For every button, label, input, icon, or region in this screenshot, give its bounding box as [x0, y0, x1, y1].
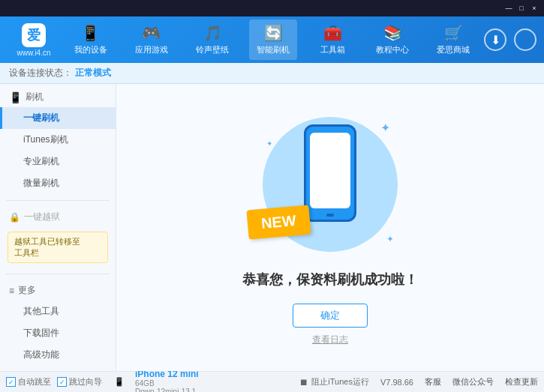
nav-item-apps[interactable]: 🎮 应用游戏: [128, 19, 176, 60]
maximize-button[interactable]: □: [516, 3, 527, 13]
auto-jump-check-icon: ✓: [6, 377, 16, 387]
new-banner: NEW: [246, 205, 311, 239]
sidebar-item-download-firmware[interactable]: 下载固件: [0, 322, 116, 344]
jailbreak-section: 🔒 一键越狱 越狱工具已转移至 工具栏: [0, 204, 116, 271]
tutorials-icon: 📚: [383, 24, 402, 42]
phone-illustration: ✦ ✦ ✦ NEW: [255, 109, 405, 259]
skip-wizard-check-icon: ✓: [57, 377, 67, 387]
device-info: 📱 iPhone 12 mini 64GB Down-12mini-13,1: [114, 369, 199, 393]
user-button[interactable]: 👤: [514, 28, 536, 51]
smart-flash-icon: 🔄: [264, 24, 283, 42]
status-value: 正常模式: [75, 67, 111, 79]
title-bar: — □ ×: [0, 0, 544, 16]
device-details: iPhone 12 mini 64GB Down-12mini-13,1: [135, 369, 199, 393]
toolbox-icon: 🧰: [323, 24, 342, 42]
download-button[interactable]: ⬇: [484, 28, 506, 51]
more-label: 更多: [18, 284, 36, 297]
nav-right-actions: ⬇ 👤: [484, 28, 536, 51]
wechat-link[interactable]: 微信公众号: [452, 376, 494, 388]
wallpaper-label: 铃声壁纸: [196, 44, 229, 55]
divider-2: [6, 274, 110, 274]
sidebar: 📱 刷机 一键刷机 iTunes刷机 专业刷机 微量刷机 🔒 一键越狱: [0, 84, 116, 371]
auto-jump-checkbox[interactable]: ✓ 自动跳至: [6, 376, 51, 388]
itunes-status: ⏹ 阻止iTunes运行: [299, 376, 369, 388]
nav-item-smart-flash[interactable]: 🔄 智能刷机: [249, 19, 297, 60]
phone-screen: [310, 133, 350, 208]
logo-text: www.i4.cn: [17, 49, 50, 57]
customer-service-link[interactable]: 客服: [425, 376, 441, 388]
divider-1: [6, 200, 110, 201]
confirm-button[interactable]: 确定: [293, 304, 368, 328]
device-storage: 64GB: [135, 379, 199, 388]
lock-icon: 🔒: [9, 212, 20, 223]
jailbreak-notice: 越狱工具已转移至 工具栏: [8, 232, 108, 263]
bottom-bar: ✓ 自动跳至 ✓ 跳过向导 📱 iPhone 12 mini 64GB Down…: [0, 371, 544, 392]
skip-wizard-checkbox[interactable]: ✓ 跳过向导: [57, 376, 102, 388]
device-model: Down-12mini-13,1: [135, 388, 199, 393]
smart-flash-label: 智能刷机: [257, 44, 290, 55]
phone-home-button: [326, 214, 334, 217]
nav-items: 📱 我的设备 🎮 应用游戏 🎵 铃声壁纸 🔄 智能刷机 🧰 工具箱 📚 教程中心…: [60, 19, 484, 60]
device-phone-icon: 📱: [114, 377, 125, 387]
nav-item-tutorials[interactable]: 📚 教程中心: [368, 19, 416, 60]
success-text: 恭喜您，保资料刷机成功啦！: [242, 271, 418, 289]
more-icon: ≡: [9, 286, 14, 296]
store-icon: 🛒: [444, 24, 463, 42]
flash-section-label: 刷机: [26, 91, 44, 103]
tutorials-label: 教程中心: [376, 44, 409, 55]
nav-item-store[interactable]: 🛒 爱思商城: [429, 19, 477, 60]
itunes-icon: ⏹: [299, 377, 308, 388]
sidebar-item-micro-flash[interactable]: 微量刷机: [0, 172, 116, 194]
sidebar-item-one-click-flash[interactable]: 一键刷机: [0, 107, 116, 129]
version-text: V7.98.66: [380, 378, 413, 387]
bottom-left: ✓ 自动跳至 ✓ 跳过向导 📱 iPhone 12 mini 64GB Down…: [6, 369, 299, 393]
status-label: 设备连接状态：: [9, 67, 72, 79]
sidebar-item-pro-flash[interactable]: 专业刷机: [0, 151, 116, 172]
more-section: ≡ 更多 其他工具 下载固件 高级功能: [0, 277, 116, 369]
my-device-icon: 📱: [81, 24, 100, 42]
apps-icon: 🎮: [142, 24, 161, 42]
flash-section: 📱 刷机 一键刷机 iTunes刷机 专业刷机 微量刷机: [0, 84, 116, 197]
view-log-link[interactable]: 查看日志: [312, 334, 348, 346]
logo-icon: 爱: [22, 23, 46, 47]
nav-item-toolbox[interactable]: 🧰 工具箱: [311, 19, 356, 60]
window-controls[interactable]: — □ ×: [503, 3, 539, 13]
jailbreak-header: 🔒 一键越狱: [0, 207, 116, 227]
my-device-label: 我的设备: [74, 44, 107, 55]
sidebar-item-advanced[interactable]: 高级功能: [0, 344, 116, 366]
minimize-button[interactable]: —: [503, 3, 514, 13]
sidebar-item-itunes-flash[interactable]: iTunes刷机: [0, 129, 116, 151]
more-section-header: ≡ 更多: [0, 280, 116, 301]
flash-section-icon: 📱: [9, 91, 22, 103]
nav-item-wallpaper[interactable]: 🎵 铃声壁纸: [188, 19, 236, 60]
skip-wizard-label: 跳过向导: [69, 376, 102, 388]
close-button[interactable]: ×: [529, 3, 539, 13]
store-label: 爱思商城: [437, 44, 470, 55]
jailbreak-label: 一键越狱: [24, 211, 60, 223]
app-logo: 爱 www.i4.cn: [8, 23, 60, 57]
star-3: ✦: [386, 234, 394, 244]
bottom-right: ⏹ 阻止iTunes运行 V7.98.66 客服 微信公众号 检查更新: [299, 376, 538, 388]
status-bar: 设备连接状态： 正常模式: [0, 63, 544, 84]
wallpaper-icon: 🎵: [203, 24, 222, 42]
apps-label: 应用游戏: [135, 44, 168, 55]
toolbox-label: 工具箱: [320, 44, 345, 55]
sidebar-item-other-tools[interactable]: 其他工具: [0, 301, 116, 322]
itunes-status-label: 阻止iTunes运行: [311, 376, 369, 388]
nav-bar: 爱 www.i4.cn 📱 我的设备 🎮 应用游戏 🎵 铃声壁纸 🔄 智能刷机 …: [0, 16, 544, 63]
main-area: 📱 刷机 一键刷机 iTunes刷机 专业刷机 微量刷机 🔒 一键越狱: [0, 84, 544, 371]
nav-item-my-device[interactable]: 📱 我的设备: [67, 19, 115, 60]
phone-device: [304, 124, 356, 222]
check-update-link[interactable]: 检查更新: [505, 376, 538, 388]
star-1: ✦: [380, 121, 390, 135]
content-area: ✦ ✦ ✦ NEW 恭喜您，保资料刷机成功啦！ 确定 查看日志: [116, 84, 544, 371]
flash-section-header: 📱 刷机: [0, 87, 116, 107]
auto-jump-label: 自动跳至: [18, 376, 51, 388]
star-2: ✦: [266, 139, 272, 148]
